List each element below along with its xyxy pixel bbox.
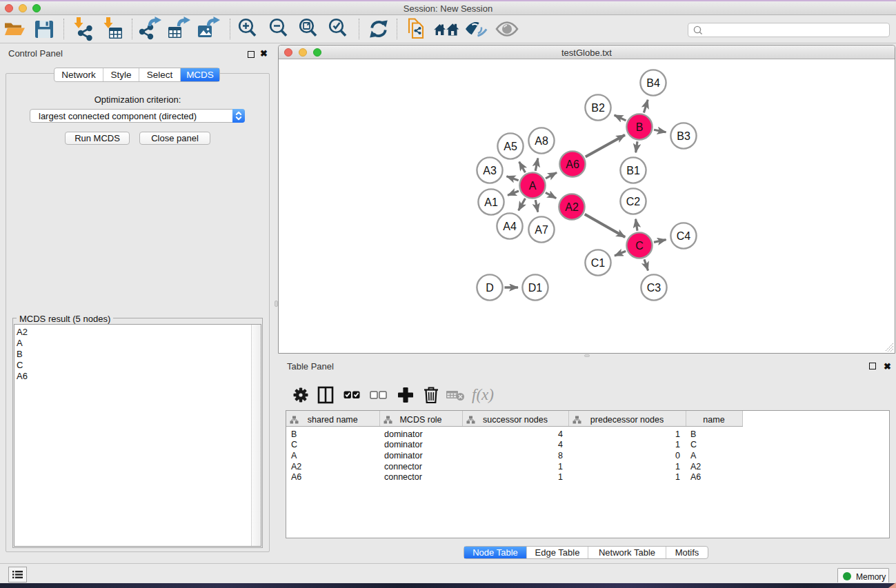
svg-text:A6: A6 <box>566 159 579 170</box>
svg-text:B2: B2 <box>591 102 605 114</box>
svg-text:A3: A3 <box>483 165 497 176</box>
svg-text:B3: B3 <box>677 130 690 142</box>
svg-text:A5: A5 <box>504 141 517 152</box>
svg-text:D: D <box>486 282 494 294</box>
svg-text:A2: A2 <box>565 201 579 213</box>
svg-text:B: B <box>636 121 644 133</box>
svg-text:C4: C4 <box>677 230 691 242</box>
svg-text:A8: A8 <box>535 135 548 147</box>
svg-text:C: C <box>635 240 644 252</box>
svg-text:D1: D1 <box>528 282 543 294</box>
svg-text:C1: C1 <box>591 257 606 269</box>
svg-text:A1: A1 <box>484 196 498 208</box>
svg-text:f(x): f(x) <box>472 386 494 403</box>
svg-text:A7: A7 <box>535 224 548 236</box>
svg-text:C2: C2 <box>626 196 641 207</box>
svg-text:C3: C3 <box>647 282 661 294</box>
svg-text:B4: B4 <box>646 77 660 89</box>
svg-text:B1: B1 <box>626 165 640 176</box>
svg-text:A4: A4 <box>503 221 517 232</box>
svg-text:A: A <box>529 180 537 192</box>
